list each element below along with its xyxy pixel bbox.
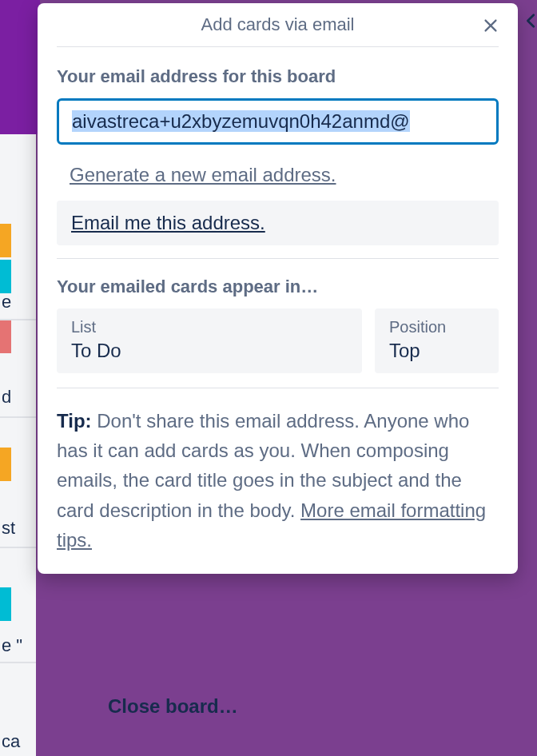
email-me-address-button[interactable]: Email me this address. bbox=[57, 201, 499, 245]
email-address-value: aivastreca+u2xbyzemuvqn0h42anmd@ bbox=[72, 110, 410, 132]
email-me-address-label: Email me this address. bbox=[71, 212, 265, 233]
modal-header: Add cards via email bbox=[38, 3, 518, 46]
close-board-link[interactable]: Close board… bbox=[108, 695, 238, 718]
bg-text-fragment: e " bbox=[2, 635, 22, 656]
bg-divider bbox=[0, 547, 36, 548]
close-icon bbox=[482, 17, 499, 34]
tip-paragraph: Tip: Don't share this email address. Any… bbox=[57, 406, 499, 555]
list-selector-value: To Do bbox=[71, 340, 348, 362]
list-selector-label: List bbox=[71, 318, 348, 336]
bg-divider bbox=[0, 416, 36, 418]
modal-title: Add cards via email bbox=[201, 14, 355, 35]
bg-text-fragment: st bbox=[2, 518, 15, 539]
divider bbox=[57, 258, 499, 259]
bg-label-red bbox=[0, 320, 11, 353]
modal-body: Your email address for this board aivast… bbox=[38, 47, 518, 574]
bg-purple-bar bbox=[0, 0, 40, 134]
bg-label-teal-2 bbox=[0, 587, 11, 621]
email-address-label: Your email address for this board bbox=[57, 66, 499, 87]
generate-link-row: Generate a new email address. bbox=[57, 164, 499, 186]
bg-label-teal bbox=[0, 260, 11, 293]
chevron-left-icon bbox=[523, 12, 537, 30]
selector-row: List To Do Position Top bbox=[57, 308, 499, 373]
bg-divider bbox=[0, 662, 36, 663]
back-chevron[interactable] bbox=[523, 12, 537, 33]
position-selector[interactable]: Position Top bbox=[375, 308, 499, 373]
email-to-board-modal: Add cards via email Your email address f… bbox=[38, 3, 518, 574]
bg-text-fragment: ca bbox=[2, 731, 20, 752]
email-address-field[interactable]: aivastreca+u2xbyzemuvqn0h42anmd@ bbox=[57, 98, 499, 145]
position-selector-label: Position bbox=[389, 318, 484, 336]
bg-text-fragment: e bbox=[2, 292, 11, 312]
tip-prefix: Tip: bbox=[57, 410, 92, 432]
appear-in-label: Your emailed cards appear in… bbox=[57, 277, 499, 297]
divider bbox=[57, 388, 499, 388]
bg-label-orange-2 bbox=[0, 448, 11, 481]
close-button[interactable] bbox=[479, 14, 502, 37]
bg-label-orange bbox=[0, 224, 11, 257]
bg-divider bbox=[0, 319, 36, 320]
list-selector[interactable]: List To Do bbox=[57, 308, 362, 373]
position-selector-value: Top bbox=[389, 340, 484, 362]
bg-text-fragment: d bbox=[2, 387, 11, 408]
generate-new-email-link[interactable]: Generate a new email address. bbox=[70, 164, 336, 185]
